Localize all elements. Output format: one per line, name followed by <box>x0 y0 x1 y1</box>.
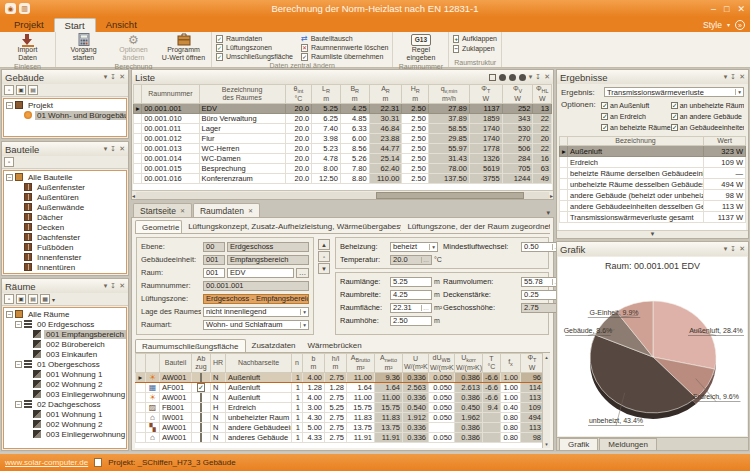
ribbon-tab-start[interactable]: Start <box>54 18 96 32</box>
tree-item-projekt[interactable]: − Projekt <box>4 100 126 110</box>
column-header-hr[interactable]: HRm <box>402 85 429 104</box>
tree-expander-icon[interactable]: − <box>15 401 22 408</box>
ribbon-button-optionen-ndern[interactable]: ⚙ Optionenändern <box>110 33 157 62</box>
close-tab-icon[interactable]: ✕ <box>248 204 253 218</box>
gebaeude-toolbar-button-1[interactable]: ▫ <box>4 85 14 95</box>
close-icon[interactable]: ✕ <box>119 282 125 290</box>
detail-vertical-scrollbar[interactable]: ▴▾ <box>542 353 550 448</box>
ribbon-button-raumliste-bernehmen[interactable]: ✓Raumliste übernehmen <box>301 52 388 61</box>
tab-l-ftungszone-der-der-raum-zuge[interactable]: Lüftungszone, der der Raum zugeordnet is… <box>401 220 550 233</box>
tree-expander-icon[interactable]: − <box>6 102 13 109</box>
abzug-checkbox[interactable] <box>200 373 202 382</box>
abzug-checkbox[interactable] <box>200 413 202 422</box>
tree-item-001-wohnung-1[interactable]: 001 Wohnung 1 <box>4 409 126 419</box>
column-header-int[interactable]: θint°C <box>285 85 312 104</box>
tree-item-fu-b-den[interactable]: Fußböden <box>4 242 126 252</box>
tree-item-decken[interactable]: Decken <box>4 222 126 232</box>
style-dropdown-icon[interactable]: ▾ <box>727 21 730 28</box>
tree-item-01-obergeschoss[interactable]: − 01 Obergeschoss <box>4 359 126 369</box>
document-tab-raumdaten[interactable]: Raumdaten✕ <box>193 203 260 217</box>
abzug-checkbox[interactable] <box>200 433 202 442</box>
checkbox[interactable]: ✓ <box>601 124 608 131</box>
table-row[interactable]: ⌂AW001Nanderes Gebäude14.332.7511.9111.9… <box>136 433 543 443</box>
tree-expander-icon[interactable]: − <box>15 321 22 328</box>
close-button[interactable]: ✕ <box>737 4 745 14</box>
column-header-u[interactable]: UW/(m²K) <box>403 354 429 373</box>
ribbon-button-zuklappen[interactable]: −Zuklappen <box>453 44 497 53</box>
ribbon-button-raumdaten[interactable]: ✓Raumdaten <box>216 34 293 43</box>
tree-item-002-wohnung-2[interactable]: 002 Wohnung 2 <box>4 419 126 429</box>
table-row[interactable]: ⌂IW001Nunbeheizter Raum14.302.7511.8311.… <box>136 413 543 423</box>
column-header-wert[interactable]: Wert <box>704 137 746 146</box>
abzug-checkbox[interactable] <box>200 423 202 432</box>
tree-item-003-einliegerwohnung[interactable]: 003 Einliegerwohnung <box>4 389 126 399</box>
ribbon-button-umschlie-ungsfl-che[interactable]: ✓Umschließungsfläche <box>216 52 293 61</box>
tree-item-001-empfangsbereich[interactable]: 001 Empfangsbereich <box>4 329 126 339</box>
pin-icon[interactable]: ↧ <box>535 73 541 81</box>
column-header-raumnummer[interactable]: Raumnummer <box>142 85 199 104</box>
table-row[interactable]: 00.001.013WC-Herren20.05.238.5644.772.50… <box>134 144 552 154</box>
column-header-hl[interactable]: ΦHLW <box>533 85 552 104</box>
tree-item-002-wohnung-2[interactable]: 002 Wohnung 2 <box>4 379 126 389</box>
column-header-nachbarseite[interactable]: Nachbarseite <box>226 354 292 373</box>
panel-menu-icon[interactable]: ▾ <box>724 73 728 81</box>
tree-item-003-einliegerwohnung[interactable]: 003 Einliegerwohnung <box>4 429 126 439</box>
field-l-ftungszone[interactable]: Erdgeschoss - Empfangsbereich <box>203 294 309 304</box>
bauteile-toolbar-button-1[interactable]: ▫ <box>4 157 14 167</box>
column-header-t[interactable]: T°C <box>483 354 501 373</box>
scroll-left-icon[interactable]: ◂ <box>132 192 135 199</box>
table-row[interactable]: andere Gebäudeeinheiten desselben Gebäud… <box>560 201 746 212</box>
tree-item-d-cher[interactable]: Dächer <box>4 212 126 222</box>
tab-raumumschlie-ungsfl-che[interactable]: Raumumschließungsfläche <box>135 339 246 352</box>
table-row[interactable]: 00.001.015Besprechung20.08.007.8062.402.… <box>134 164 552 174</box>
ribbon-button-l-ftungszonen[interactable]: ✓Lüftungszonen <box>216 43 293 52</box>
abzug-checkbox[interactable] <box>200 403 202 412</box>
vendor-link[interactable]: www.solar-computer.de <box>5 458 88 467</box>
field-raumh-he[interactable]: 2.50 <box>390 316 432 326</box>
tree-expander-icon[interactable]: − <box>15 361 22 368</box>
ribbon-button-vorgang-starten[interactable]: Vorgangstarten <box>60 33 107 62</box>
field-beheizung[interactable]: beheizt▾ <box>390 242 438 252</box>
close-icon[interactable]: ✕ <box>119 73 125 81</box>
column-header-br[interactable]: BRm <box>340 85 369 104</box>
liste-tool-icon-2[interactable] <box>509 74 516 81</box>
close-icon[interactable]: ✕ <box>119 145 125 153</box>
tree-item-00-erdgeschoss[interactable]: − 00 Erdgeschoss <box>4 319 126 329</box>
raeume-toolbar-button-2[interactable]: ▣ <box>16 294 26 304</box>
tree-item-003-einkaufen[interactable]: 003 Einkaufen <box>4 349 126 359</box>
ergebnis-dropdown[interactable]: Transmissionswärmeverluste▾ <box>604 87 744 97</box>
pin-icon[interactable]: ↧ <box>110 145 116 153</box>
ergebnisse-expand-icon[interactable]: ▼ <box>557 230 748 238</box>
document-tab-startseite[interactable]: Startseite✕ <box>133 203 192 217</box>
scrollbar-thumb[interactable] <box>376 192 525 199</box>
ribbon-button-regel-eingeben[interactable]: G13 Regeleingeben <box>397 33 444 62</box>
panel-menu-icon[interactable]: ▾ <box>104 145 108 153</box>
close-icon[interactable]: ✕ <box>544 73 550 81</box>
option-an-beheizte-r-ume[interactable]: ✓ an beheizte Räume <box>601 122 671 133</box>
column-header-t[interactable]: ΦTW <box>469 85 502 104</box>
field-raum[interactable]: EDV <box>227 268 294 278</box>
ellipsis-button[interactable]: … <box>421 257 429 263</box>
field-lage-des-raumes[interactable]: nicht innenliegend▾ <box>203 307 309 317</box>
tree-item-001-wohnung-1[interactable]: 001 Wohnung 1 <box>4 369 126 379</box>
panel-menu-icon[interactable]: ▾ <box>724 245 728 253</box>
table-row[interactable]: ▸00.001.001EDV20.05.254.2522.312.5027.89… <box>134 104 552 114</box>
checkbox[interactable]: ✓ <box>671 124 678 131</box>
bottom-tab-meldungen[interactable]: Meldungen <box>599 438 657 450</box>
style-selector[interactable]: Style <box>703 20 722 30</box>
table-row[interactable]: ▸☀AW001NAußenluft14.002.7511.009.360.336… <box>136 373 543 383</box>
field-raumfl-che[interactable]: 22.31… <box>390 303 432 313</box>
pin-icon[interactable]: ↧ <box>110 73 116 81</box>
tab-list-dropdown-icon[interactable]: ▾ <box>546 209 554 217</box>
column-header-t[interactable]: ΦTW <box>521 354 543 373</box>
panel-menu-icon[interactable]: ▾ <box>529 73 533 81</box>
table-row[interactable]: ☀AW001NAußenluft14.002.7511.0011.000.336… <box>136 393 543 403</box>
field-raum-browse-button[interactable]: … <box>296 268 309 278</box>
panel-menu-icon[interactable]: ▾ <box>104 73 108 81</box>
field-raumbreite[interactable]: 4.25 <box>390 290 432 300</box>
ribbon-tab-ansicht[interactable]: Ansicht <box>96 18 147 32</box>
maximize-button[interactable]: □ <box>724 4 729 14</box>
column-header-ar[interactable]: ARm <box>369 85 402 104</box>
checkbox[interactable]: ✓ <box>671 113 678 120</box>
raeume-toolbar-button-4[interactable]: ▦ <box>40 294 50 304</box>
